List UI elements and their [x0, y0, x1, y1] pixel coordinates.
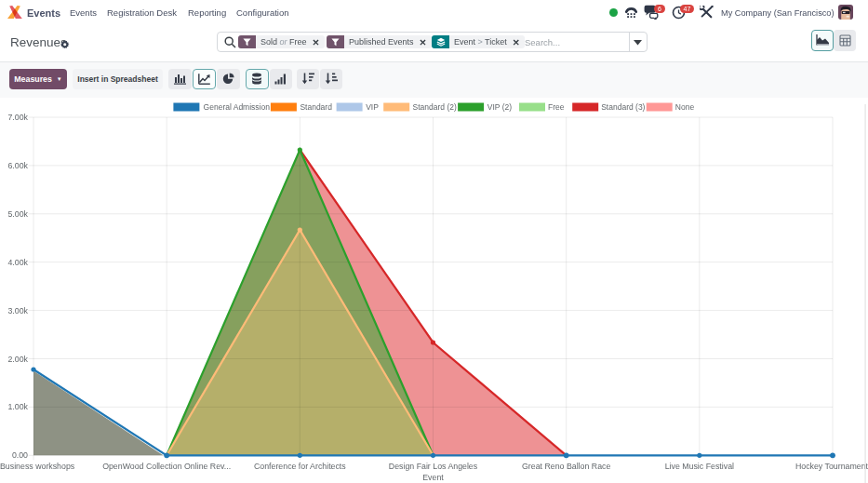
svg-text:7.00k: 7.00k	[7, 113, 28, 122]
svg-text:OpenWood Collection Online Rev: OpenWood Collection Online Rev...	[102, 462, 231, 471]
svg-text:Design Fair Los Angeles: Design Fair Los Angeles	[389, 462, 478, 471]
svg-text:VIP (2): VIP (2)	[487, 102, 512, 112]
svg-text:General Admission: General Admission	[204, 102, 271, 112]
svg-text:Live Music Festival: Live Music Festival	[665, 462, 734, 471]
svg-text:VIP: VIP	[366, 102, 379, 112]
svg-text:4.00k: 4.00k	[7, 258, 28, 267]
svg-text:Hockey Tournament: Hockey Tournament	[795, 462, 868, 471]
svg-text:Free: Free	[548, 102, 565, 112]
svg-text:1.00k: 1.00k	[7, 402, 28, 411]
svg-text:Event: Event	[422, 473, 444, 482]
svg-text:Great Reno Ballon Race: Great Reno Ballon Race	[522, 462, 610, 471]
svg-text:Standard (3): Standard (3)	[601, 102, 645, 112]
svg-text:3.00k: 3.00k	[7, 306, 28, 315]
svg-text:Standard: Standard	[300, 102, 332, 112]
svg-text:Conference for Architects: Conference for Architects	[254, 462, 346, 471]
svg-text:2.00k: 2.00k	[7, 355, 28, 364]
svg-text:Business workshops: Business workshops	[0, 462, 75, 471]
svg-text:None: None	[675, 102, 695, 112]
svg-text:0.00: 0.00	[12, 450, 28, 460]
svg-text:Standard (2): Standard (2)	[413, 102, 457, 112]
svg-text:6.00k: 6.00k	[7, 161, 28, 170]
svg-text:5.00k: 5.00k	[7, 209, 28, 219]
